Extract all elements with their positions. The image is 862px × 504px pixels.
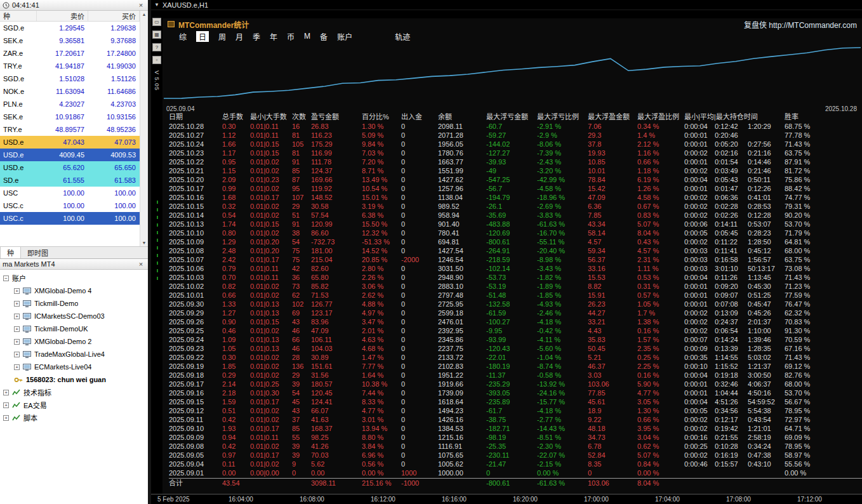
table-row[interactable]: 2025.10.140.540.01|0.025157.546.38 %0958… — [169, 211, 862, 220]
panel-menu-item[interactable]: M — [304, 32, 310, 41]
panel-menu-item[interactable]: 月 — [235, 31, 243, 42]
table-row[interactable]: 2025.10.100.800.01|0.023886.6012.32 %078… — [169, 229, 862, 237]
navigator-item[interactable]: +XMGlobal-Demo 4 — [0, 284, 148, 297]
column-header[interactable]: 盈亏金额 — [311, 112, 362, 122]
grid-panel-button[interactable]: ▦ — [152, 30, 161, 39]
table-row[interactable]: 2025.09.010.000.00|0.0000.000.00 %100010… — [169, 468, 862, 477]
table-row[interactable]: 2025.10.161.680.01|0.17107148.5215.01 %0… — [169, 193, 862, 202]
table-row[interactable]: 2025.10.231.170.01|0.1581116.997.03 %017… — [169, 149, 862, 157]
scroll-down-icon[interactable]: ▼ — [142, 241, 147, 245]
table-row[interactable]: 2025.09.291.270.01|0.1369123.174.97 %025… — [169, 308, 862, 317]
market-watch-row[interactable]: SD.e61.55561.583 — [0, 174, 140, 187]
table-row[interactable]: 2025.09.110.420.01|0.023741.633.01 %0142… — [169, 415, 862, 424]
chart-titlebar[interactable]: ▼ XAUUSD.e,H1 — [151, 0, 862, 10]
table-row[interactable]: 2025.09.040.110.01|0.0295.620.56 %01005.… — [169, 460, 862, 468]
column-header[interactable]: 最大浮盈比例 — [637, 112, 684, 122]
expand-icon[interactable]: + — [14, 301, 20, 307]
market-watch-row[interactable]: USD.e65.62065.650 — [0, 161, 140, 174]
table-row[interactable]: 2025.10.220.950.01|0.0291111.787.20 %016… — [169, 157, 862, 166]
expand-icon[interactable]: + — [14, 326, 20, 332]
navigator-item[interactable]: +Tickmill-Demo — [0, 297, 148, 310]
table-row[interactable]: 2025.09.120.510.01|0.024366.074.77 %0149… — [169, 406, 862, 415]
navigator-item[interactable]: +ICMarketsSC-Demo03 — [0, 310, 148, 322]
panel-menu-item[interactable]: 备 — [320, 31, 328, 42]
expand-icon[interactable]: + — [14, 364, 20, 370]
column-header[interactable]: 总手数 — [222, 112, 250, 122]
table-row[interactable]: 2025.09.191.850.01|0.02136151.617.77 %02… — [169, 362, 862, 371]
table-row[interactable]: 2025.09.151.590.01|0.1745124.418.33 %016… — [169, 397, 862, 406]
table-row[interactable]: 2025.09.050.970.01|0.173970.036.96 %0107… — [169, 451, 862, 460]
expand-icon[interactable]: + — [14, 352, 20, 357]
navigator-item[interactable]: +技术指标 — [0, 386, 148, 399]
expand-icon[interactable]: + — [3, 402, 9, 408]
market-watch-row[interactable]: SEK.e10.9186710.93156 — [0, 110, 140, 123]
market-watch-row[interactable]: USC.c100.00100.00 — [0, 199, 140, 212]
table-row[interactable]: 2025.09.250.460.01|0.024647.092.01 %0239… — [169, 326, 862, 335]
column-header[interactable]: 日期 — [169, 112, 222, 122]
market-watch-row[interactable]: SEK.e9.365819.37688 — [0, 34, 140, 47]
table-row[interactable]: 2025.09.180.290.01|0.022931.561.64 %0195… — [169, 371, 862, 380]
table-row[interactable]: 2025.09.231.050.01|0.1346104.034.68 %022… — [169, 344, 862, 353]
expand-icon[interactable]: + — [14, 339, 20, 345]
column-header[interactable]: 最小|平均|最大持仓时间 — [684, 112, 785, 122]
panel-menu-item[interactable]: 轨迹 — [395, 31, 410, 42]
table-row[interactable]: 2025.10.150.320.01|0.022930.583.19 %0989… — [169, 202, 862, 211]
table-row[interactable]: 2025.10.020.820.01|0.027385.823.06 %0288… — [169, 282, 862, 291]
panel-menu-item[interactable]: 年 — [270, 31, 277, 42]
navigator-item[interactable]: +TradeMaxGlobal-Live4 — [0, 348, 148, 361]
table-row[interactable]: 2025.10.170.990.01|0.0295119.9210.54 %01… — [169, 184, 862, 193]
tab-tick-chart[interactable]: 即时图 — [21, 247, 55, 258]
expand-icon[interactable]: + — [14, 314, 20, 319]
collapse-icon[interactable]: − — [3, 275, 9, 281]
column-header[interactable]: 最大浮亏金额 — [486, 112, 537, 122]
column-header[interactable]: 最大浮盈金额 — [588, 112, 637, 122]
close-panel-button[interactable]: ▫ — [152, 56, 161, 64]
table-row[interactable]: 2025.09.162.180.01|0.3054120.457.44 %017… — [169, 388, 862, 397]
total-row[interactable]: 合计43.543098.11215.16 %-1000-800.61-61.63… — [169, 478, 862, 488]
table-row[interactable]: 2025.09.301.330.01|0.13102126.774.88 %02… — [169, 300, 862, 308]
table-row[interactable]: 2025.09.172.140.01|0.2539180.5710.38 %01… — [169, 380, 862, 388]
market-watch-row[interactable]: USD.e47.04347.073 — [0, 136, 140, 149]
table-row[interactable]: 2025.10.010.660.01|0.026271.532.62 %0279… — [169, 291, 862, 300]
market-watch-row[interactable]: SGD.e1.510281.51126 — [0, 72, 140, 85]
navigator-item[interactable]: −账户 — [0, 272, 148, 284]
help-button[interactable]: ? — [152, 43, 161, 51]
panel-brand-link[interactable]: 复盘侠 http://MTCommander.com — [744, 19, 857, 30]
panel-menu-item[interactable]: 账户 — [337, 31, 352, 42]
ask-column-header[interactable]: 买价 — [88, 11, 140, 21]
table-row[interactable]: 2025.10.271.120.01|0.1181116.235.09 %020… — [169, 131, 862, 140]
table-row[interactable]: 2025.10.280.300.01|0.111626.831.30 %0209… — [169, 122, 862, 131]
table-row[interactable]: 2025.09.101.930.01|0.1785168.3713.94 %01… — [169, 424, 862, 433]
tab-symbols[interactable]: 种 — [0, 247, 21, 258]
table-row[interactable]: 2025.10.241.660.01|0.15105175.299.84 %01… — [169, 140, 862, 149]
navigator-item[interactable]: 1568023: chun wei guan — [0, 373, 148, 386]
market-watch-row[interactable]: PLN.e4.230274.23703 — [0, 98, 140, 110]
column-header[interactable]: 胜率 — [785, 112, 829, 122]
symbol-column-header[interactable]: 种 — [0, 11, 37, 21]
panel-menu-item[interactable]: 币 — [287, 31, 295, 42]
panel-menu-item[interactable]: 季 — [253, 31, 260, 42]
table-row[interactable]: 2025.10.082.480.01|0.2075181.0014.52 %01… — [169, 246, 862, 255]
column-header[interactable]: 余额 — [438, 112, 486, 122]
market-watch-row[interactable]: USC100.00100.00 — [0, 187, 140, 199]
table-row[interactable]: 2025.09.080.420.01|0.023941.263.84 %0111… — [169, 442, 862, 451]
minimize-panel-button[interactable]: ▭ — [152, 18, 161, 26]
panel-menu-item[interactable]: 周 — [218, 31, 226, 42]
navigator-item[interactable]: +脚本 — [0, 411, 148, 424]
market-watch-scrollbar[interactable]: ▲ ▼ — [140, 11, 148, 246]
close-market-watch-button[interactable]: × — [136, 1, 145, 9]
time-axis[interactable]: 5 Feb 202516:04:0016:08:0016:12:0016:16:… — [151, 494, 862, 504]
column-header[interactable]: 出入金 — [401, 112, 438, 122]
scroll-up-icon[interactable]: ▲ — [142, 12, 147, 17]
window-menu-icon[interactable]: ▼ — [154, 2, 159, 8]
table-row[interactable]: 2025.10.131.740.01|0.1591120.9915.50 %09… — [169, 220, 862, 229]
panel-menu-item[interactable]: 综 — [179, 31, 187, 42]
navigator-item[interactable]: +XMGlobal-Demo 2 — [0, 335, 148, 348]
table-row[interactable]: 2025.09.220.300.01|0.022830.891.47 %0213… — [169, 353, 862, 362]
table-row[interactable]: 2025.09.090.940.01|0.115598.258.80 %0121… — [169, 433, 862, 442]
market-watch-row[interactable]: SGD.e1.295451.29638 — [0, 22, 140, 34]
table-row[interactable]: 2025.10.060.790.01|0.114282.602.80 %0303… — [169, 264, 862, 273]
table-row[interactable]: 2025.09.241.090.01|0.1366106.114.63 %023… — [169, 335, 862, 344]
column-header[interactable]: 最大浮亏比例 — [537, 112, 588, 122]
column-header[interactable]: 百分比% — [362, 112, 401, 122]
